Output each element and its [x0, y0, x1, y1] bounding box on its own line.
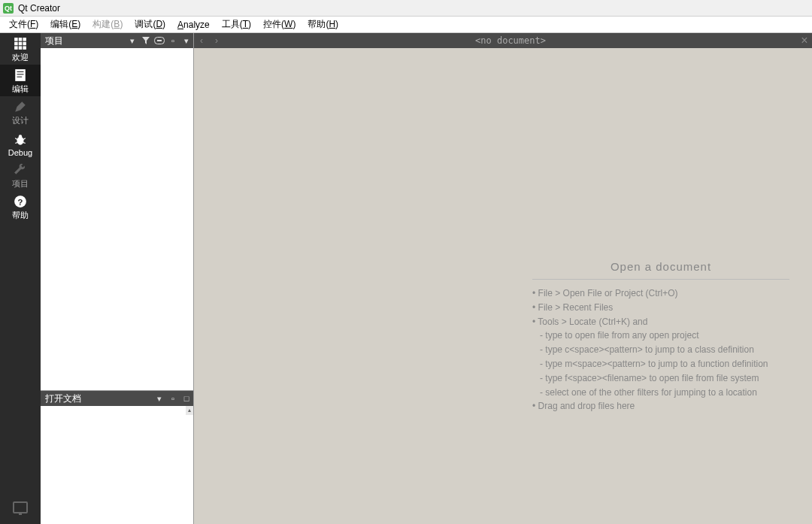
bug-icon: [14, 133, 27, 147]
svg-line-16: [15, 142, 17, 143]
open-docs-list[interactable]: ▴: [41, 406, 193, 524]
split-icon[interactable]: ▫: [166, 34, 180, 47]
mode-design-label: 设计: [12, 115, 29, 126]
mode-welcome[interactable]: 欢迎: [0, 33, 41, 65]
open-docs-split-icon[interactable]: ▫: [166, 392, 180, 405]
projects-dropdown-icon[interactable]: ▾: [126, 34, 139, 47]
hint-drag: Drag and drop files here: [532, 400, 789, 413]
output-pane-button[interactable]: [0, 491, 41, 524]
menu-analyze[interactable]: Analyze: [171, 18, 216, 32]
projects-panel-header: 项目 ▾ ▫ ▾: [41, 33, 193, 48]
titlebar: Qt Qt Creator: [0, 0, 812, 17]
hint-sub-3: type f<space><filename> to open file fro…: [532, 372, 789, 385]
app-icon: Qt: [3, 3, 14, 14]
svg-point-18: [19, 135, 23, 138]
mode-design[interactable]: 设计: [0, 96, 41, 128]
editor-placeholder: Open a document File > Open File or Proj…: [532, 259, 789, 414]
hint-sub-4: select one of the other filters for jump…: [532, 386, 789, 399]
svg-rect-7: [19, 46, 23, 50]
svg-rect-9: [15, 69, 26, 81]
svg-rect-3: [14, 42, 18, 46]
mode-debug[interactable]: Debug: [0, 128, 41, 159]
open-docs-title: 打开文档: [45, 392, 81, 405]
svg-rect-8: [23, 46, 26, 50]
placeholder-title: Open a document: [532, 259, 789, 274]
editor-body[interactable]: Open a document File > Open File or Proj…: [194, 48, 812, 524]
open-docs-dropdown-icon[interactable]: ▾: [153, 392, 166, 405]
svg-line-17: [23, 142, 25, 143]
question-icon: ?: [14, 195, 27, 208]
nav-back-button[interactable]: ‹: [194, 33, 209, 48]
close-document-button[interactable]: ×: [797, 34, 812, 47]
menu-tools[interactable]: 工具(T): [216, 17, 257, 32]
svg-rect-0: [14, 38, 18, 41]
mode-help[interactable]: ? 帮助: [0, 191, 41, 223]
mode-edit-label: 编辑: [12, 83, 29, 95]
svg-text:?: ?: [18, 198, 23, 207]
menu-edit[interactable]: 编辑(E): [44, 17, 86, 32]
hint-sub-2: type m<space><pattern> to jump to a func…: [532, 358, 789, 371]
hint-recent: File > Recent Files: [532, 301, 789, 314]
mode-edit[interactable]: 编辑: [0, 65, 41, 96]
svg-rect-22: [157, 40, 162, 41]
menu-debug[interactable]: 调试(D): [129, 17, 171, 32]
document-icon: [14, 68, 27, 82]
menu-file[interactable]: 文件(F): [3, 17, 44, 32]
menu-window[interactable]: 控件(W): [257, 17, 301, 32]
editor-toolbar: ‹ › <no document> ×: [194, 33, 812, 48]
document-label: <no document>: [224, 35, 797, 46]
hint-sub-1: type c<space><pattern> to jump to a clas…: [532, 344, 789, 356]
projects-panel-title: 项目: [45, 35, 63, 47]
menubar: 文件(F) 编辑(E) 构建(B) 调试(D) Analyze 工具(T) 控件…: [0, 17, 812, 33]
wrench-icon: [14, 163, 27, 177]
monitor-icon: [13, 501, 28, 513]
mode-selector: 欢迎 编辑 设计 Debug 项目 ? 帮助: [0, 33, 41, 524]
svg-rect-6: [14, 46, 18, 50]
open-docs-close-icon[interactable]: □: [180, 392, 193, 405]
svg-rect-1: [19, 38, 23, 41]
mode-projects[interactable]: 项目: [0, 159, 41, 191]
hint-locate: Tools > Locate (Ctrl+K) and: [532, 316, 789, 329]
window-title: Qt Creator: [18, 3, 60, 14]
hint-sub-0: type to open file from any open project: [532, 329, 789, 342]
menu-build: 构建(B): [86, 17, 129, 32]
link-icon[interactable]: [153, 34, 166, 47]
close-panel-icon[interactable]: ▾: [180, 34, 193, 47]
svg-rect-4: [19, 42, 23, 46]
projects-tree[interactable]: [41, 48, 193, 391]
open-docs-header: 打开文档 ▾ ▫ □: [41, 391, 193, 406]
mode-debug-label: Debug: [8, 148, 32, 157]
pencil-icon: [14, 100, 27, 114]
grid-icon: [14, 37, 27, 50]
scroll-up-icon[interactable]: ▴: [186, 406, 193, 415]
mode-welcome-label: 欢迎: [12, 52, 29, 63]
nav-forward-button[interactable]: ›: [209, 33, 224, 48]
mode-help-label: 帮助: [12, 210, 29, 221]
menu-help[interactable]: 帮助(H): [301, 17, 344, 32]
hint-open-file: File > Open File or Project (Ctrl+O): [532, 287, 789, 300]
filter-icon[interactable]: [139, 34, 153, 47]
svg-rect-2: [23, 38, 26, 41]
mode-projects-label: 项目: [12, 178, 29, 189]
svg-rect-5: [23, 42, 26, 46]
